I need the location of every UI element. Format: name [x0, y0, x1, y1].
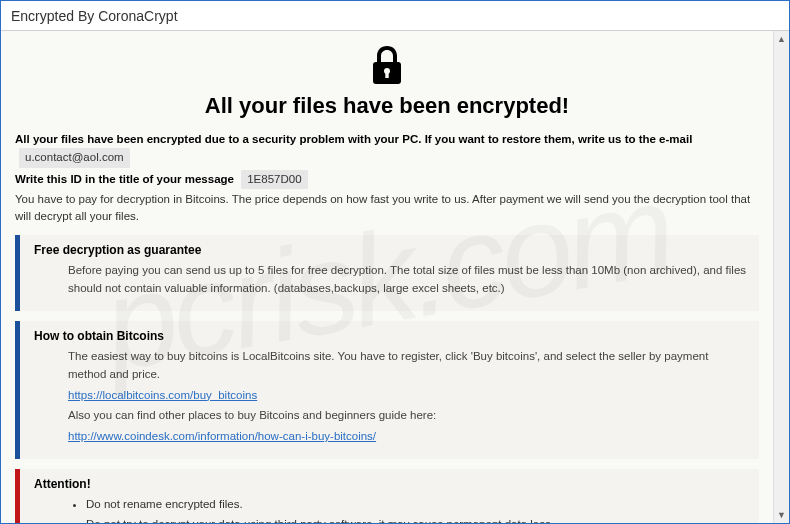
obtain-link-1[interactable]: https://localbitcoins.com/buy_bitcoins [68, 389, 257, 401]
lock-icon [370, 45, 404, 89]
main-heading: All your files have been encrypted! [15, 93, 759, 119]
panel-guarantee: Free decryption as guarantee Before payi… [15, 235, 759, 311]
panel-guarantee-title: Free decryption as guarantee [34, 243, 747, 257]
list-item: Do not try to decrypt your data using th… [86, 516, 747, 523]
hero-section: All your files have been encrypted! [15, 45, 759, 119]
obtain-link-2[interactable]: http://www.coindesk.com/information/how-… [68, 430, 376, 442]
vertical-scrollbar[interactable]: ▲ ▼ [773, 31, 789, 523]
list-item: Do not rename encrypted files. [86, 496, 747, 513]
scroll-down-arrow-icon[interactable]: ▼ [774, 507, 789, 523]
panel-attention: Attention! Do not rename encrypted files… [15, 469, 759, 523]
panel-obtain: How to obtain Bitcoins The easiest way t… [15, 321, 759, 459]
panel-guarantee-body: Before paying you can send us up to 5 fi… [34, 262, 747, 298]
intro-line1-text: All your files have been encrypted due t… [15, 133, 692, 145]
svg-rect-2 [385, 72, 388, 78]
panel-attention-title: Attention! [34, 477, 747, 491]
intro-line-id: Write this ID in the title of your messa… [15, 170, 759, 189]
email-badge: u.contact@aol.com [19, 148, 130, 167]
intro-line-email: All your files have been encrypted due t… [15, 131, 759, 168]
intro-line2-text: Write this ID in the title of your messa… [15, 173, 234, 185]
id-badge: 1E857D00 [241, 170, 307, 189]
window-titlebar: Encrypted By CoronaCrypt [1, 1, 789, 31]
obtain-text-1: The easiest way to buy bitcoins is Local… [68, 348, 747, 384]
content-area: pcrisk.com All your files have been encr… [1, 31, 773, 523]
panel-obtain-body: The easiest way to buy bitcoins is Local… [34, 348, 747, 446]
guarantee-text: Before paying you can send us up to 5 fi… [68, 262, 747, 298]
attention-bullets: Do not rename encrypted files. Do not tr… [34, 496, 747, 523]
window-title: Encrypted By CoronaCrypt [11, 8, 178, 24]
obtain-text-2: Also you can find other places to buy Bi… [68, 407, 747, 425]
intro-line-pay: You have to pay for decryption in Bitcoi… [15, 191, 759, 226]
panel-obtain-title: How to obtain Bitcoins [34, 329, 747, 343]
scroll-up-arrow-icon[interactable]: ▲ [774, 31, 789, 47]
